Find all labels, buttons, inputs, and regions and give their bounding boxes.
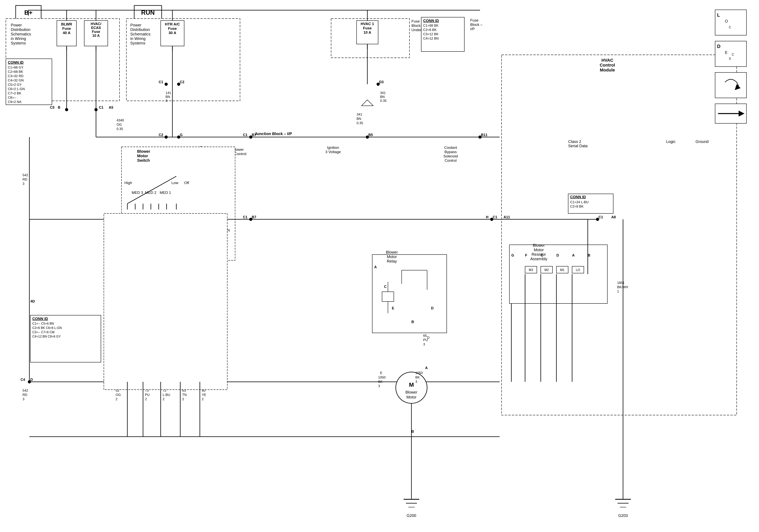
- svg-text:RD: RD: [22, 177, 27, 181]
- svg-text:C3=12 BK: C3=12 BK: [423, 32, 439, 36]
- svg-text:G: G: [511, 253, 514, 257]
- svg-text:Serial Data: Serial Data: [568, 144, 588, 148]
- svg-text:0.35: 0.35: [357, 121, 363, 125]
- svg-text:H: H: [486, 215, 489, 219]
- svg-text:C1: C1: [493, 215, 497, 219]
- svg-text:Module: Module: [600, 67, 615, 72]
- svg-text:C2=6 BK: C2=6 BK: [423, 28, 437, 32]
- svg-text:L-BU: L-BU: [163, 393, 170, 397]
- svg-text:1050: 1050: [378, 376, 385, 379]
- svg-text:L: L: [717, 12, 720, 18]
- svg-text:542: 542: [22, 173, 28, 177]
- svg-text:0.35: 0.35: [380, 99, 386, 103]
- svg-text:BN: BN: [380, 95, 385, 99]
- svg-text:Fuse: Fuse: [92, 30, 100, 34]
- svg-text:10 A: 10 A: [363, 30, 371, 34]
- svg-text:Schematics: Schematics: [130, 32, 150, 36]
- svg-text:G: G: [180, 133, 182, 137]
- svg-text:C4=12 BN C8=6 GY: C4=12 BN C8=6 GY: [32, 335, 61, 338]
- svg-text:C4=12 BN: C4=12 BN: [423, 37, 439, 40]
- svg-text:C2=8 BK: C2=8 BK: [570, 205, 584, 208]
- svg-text:BN: BN: [357, 117, 361, 121]
- svg-text:C9=2 NA: C9=2 NA: [8, 100, 21, 104]
- svg-text:HVAC: HVAC: [601, 58, 614, 63]
- svg-text:CONN ID: CONN ID: [570, 195, 586, 199]
- svg-text:Switch: Switch: [137, 158, 150, 163]
- svg-text:1: 1: [617, 289, 619, 293]
- svg-text:Coolant: Coolant: [444, 145, 457, 150]
- svg-text:4340: 4340: [117, 119, 124, 122]
- svg-text:3: 3: [415, 380, 417, 384]
- svg-text:40 A: 40 A: [63, 31, 70, 35]
- svg-text:E: E: [725, 50, 728, 55]
- svg-text:A8: A8: [611, 215, 616, 219]
- svg-text:Fuse: Fuse: [363, 26, 372, 30]
- svg-text:Blower: Blower: [405, 390, 417, 394]
- svg-text:B7: B7: [252, 215, 256, 219]
- svg-text:M2: M2: [544, 268, 549, 272]
- svg-text:CONN ID: CONN ID: [32, 317, 48, 321]
- svg-text:MED 3: MED 3: [132, 191, 143, 195]
- svg-text:HVAC 1: HVAC 1: [361, 22, 374, 26]
- svg-text:D: D: [431, 306, 434, 310]
- svg-text:Bypass: Bypass: [445, 150, 457, 154]
- svg-text:Blower: Blower: [386, 250, 398, 254]
- svg-text:A: A: [425, 366, 428, 370]
- svg-text:Low: Low: [172, 181, 178, 185]
- svg-text:Class 2: Class 2: [568, 139, 581, 144]
- wiring-diagram-svg: B+ RUN Power Distribution Schematics in …: [0, 0, 759, 532]
- svg-text:YE: YE: [202, 393, 206, 397]
- svg-text:C2=6 BK  C6=6 L-GN: C2=6 BK C6=6 L-GN: [32, 326, 62, 329]
- svg-text:1851: 1851: [617, 281, 624, 285]
- svg-text:HVAC/: HVAC/: [91, 22, 101, 26]
- svg-text:C2: C2: [159, 133, 163, 137]
- svg-text:B: B: [412, 320, 414, 324]
- svg-text:Fuse: Fuse: [412, 19, 419, 23]
- svg-text:BK/WH: BK/WH: [617, 285, 628, 289]
- svg-text:BN: BN: [166, 95, 170, 99]
- svg-text:141: 141: [166, 91, 171, 95]
- svg-text:BLWR: BLWR: [61, 22, 72, 26]
- svg-text:3 Voltage: 3 Voltage: [325, 150, 341, 154]
- svg-text:B11: B11: [481, 133, 488, 137]
- svg-text:A: A: [572, 253, 575, 257]
- svg-text:Systems: Systems: [11, 41, 26, 45]
- svg-text:C1: C1: [243, 133, 248, 137]
- svg-text:Solenoid: Solenoid: [443, 154, 458, 158]
- svg-text:OG: OG: [117, 123, 122, 127]
- svg-text:3: 3: [166, 99, 167, 103]
- svg-text:Schematics: Schematics: [11, 32, 31, 36]
- svg-text:A5: A5: [109, 105, 113, 109]
- svg-text:Junction Block – I/P: Junction Block – I/P: [255, 132, 292, 136]
- svg-text:C1=24 L-BU: C1=24 L-BU: [570, 200, 588, 204]
- svg-text:C5=2 GY: C5=2 GY: [8, 83, 21, 87]
- svg-text:C8=--: C8=--: [8, 96, 16, 99]
- svg-text:in Wiring: in Wiring: [130, 36, 145, 41]
- svg-text:D3: D3: [379, 80, 383, 84]
- svg-text:2: 2: [182, 397, 184, 401]
- svg-text:C6=2 L-GN: C6=2 L-GN: [8, 87, 25, 91]
- svg-text:CONN ID: CONN ID: [8, 60, 23, 64]
- svg-text:C1=68 GY: C1=68 GY: [8, 66, 23, 69]
- svg-text:A11: A11: [503, 215, 510, 219]
- svg-text:C3=32 RD: C3=32 RD: [8, 74, 23, 78]
- svg-text:G200: G200: [407, 513, 416, 518]
- svg-point-73: [65, 108, 68, 111]
- svg-text:C2: C2: [180, 80, 184, 84]
- svg-text:HTR A/C: HTR A/C: [165, 22, 180, 26]
- svg-text:65: 65: [423, 334, 427, 338]
- svg-text:E: E: [392, 306, 394, 310]
- svg-text:C2=68 BK: C2=68 BK: [8, 70, 23, 74]
- svg-text:A: A: [374, 265, 377, 269]
- svg-text:OG: OG: [116, 393, 121, 397]
- svg-text:Fuse: Fuse: [168, 26, 177, 30]
- svg-text:C1: C1: [99, 105, 103, 109]
- svg-text:3: 3: [22, 182, 24, 186]
- svg-text:D: D: [717, 44, 720, 49]
- svg-text:BK: BK: [415, 376, 420, 379]
- svg-text:C1: C1: [159, 80, 163, 84]
- svg-text:B: B: [588, 253, 590, 257]
- svg-text:0.35: 0.35: [117, 127, 123, 131]
- svg-text:Power: Power: [11, 23, 22, 27]
- svg-text:Off: Off: [184, 181, 189, 185]
